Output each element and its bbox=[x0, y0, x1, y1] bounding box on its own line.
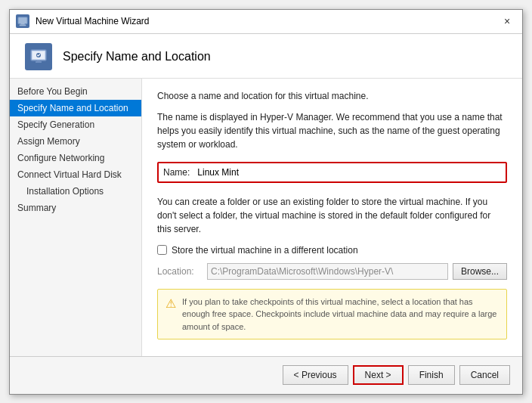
location-label: Location: bbox=[157, 266, 203, 277]
svg-rect-2 bbox=[20, 23, 24, 25]
different-location-checkbox[interactable] bbox=[157, 245, 167, 255]
next-button[interactable]: Next > bbox=[353, 365, 404, 385]
cancel-button[interactable]: Cancel bbox=[459, 365, 510, 385]
different-location-label[interactable]: Store the virtual machine in a different… bbox=[172, 245, 358, 256]
header-title: Specify Name and Location bbox=[63, 50, 211, 64]
name-label: Name: bbox=[163, 167, 190, 178]
folder-info-text: You can create a folder or use an existi… bbox=[157, 195, 507, 236]
sidebar-item-specify-name[interactable]: Specify Name and Location bbox=[10, 100, 141, 116]
sidebar-item-before-you-begin[interactable]: Before You Begin bbox=[10, 83, 141, 100]
title-bar: New Virtual Machine Wizard × bbox=[10, 10, 522, 34]
sidebar-item-summary[interactable]: Summary bbox=[10, 200, 141, 216]
svg-rect-0 bbox=[18, 17, 27, 24]
location-row: Location: Browse... bbox=[157, 263, 507, 280]
sidebar-item-installation-options[interactable]: Installation Options bbox=[10, 183, 141, 200]
sidebar-item-configure-networking[interactable]: Configure Networking bbox=[10, 150, 141, 166]
name-input[interactable] bbox=[196, 166, 501, 178]
wizard-window: New Virtual Machine Wizard × Specify Nam… bbox=[9, 9, 523, 395]
main-intro: Choose a name and location for this virt… bbox=[157, 89, 507, 103]
sidebar-item-assign-memory[interactable]: Assign Memory bbox=[10, 133, 141, 150]
location-input[interactable] bbox=[207, 263, 448, 280]
warning-icon: ⚠ bbox=[165, 296, 176, 311]
sidebar-item-specify-generation[interactable]: Specify Generation bbox=[10, 116, 141, 133]
content-area: Before You BeginSpecify Name and Locatio… bbox=[10, 79, 522, 356]
sidebar: Before You BeginSpecify Name and Locatio… bbox=[10, 79, 142, 356]
warning-text: If you plan to take checkpoints of this … bbox=[182, 296, 499, 333]
main-description: The name is displayed in Hyper-V Manager… bbox=[157, 110, 507, 151]
sidebar-item-connect-hard-disk[interactable]: Connect Virtual Hard Disk bbox=[10, 166, 141, 183]
header-icon bbox=[25, 43, 52, 70]
wizard-header: Specify Name and Location bbox=[10, 34, 522, 79]
finish-button[interactable]: Finish bbox=[408, 365, 455, 385]
main-content: Choose a name and location for this virt… bbox=[142, 79, 522, 356]
previous-button[interactable]: < Previous bbox=[283, 365, 348, 385]
browse-button[interactable]: Browse... bbox=[453, 263, 507, 280]
wizard-footer: < Previous Next > Finish Cancel bbox=[10, 356, 522, 394]
warning-box: ⚠ If you plan to take checkpoints of thi… bbox=[157, 289, 507, 340]
close-button[interactable]: × bbox=[498, 14, 516, 29]
name-field-row: Name: bbox=[157, 162, 507, 183]
title-bar-icon bbox=[16, 14, 29, 28]
window-title: New Virtual Machine Wizard bbox=[36, 16, 498, 26]
svg-rect-1 bbox=[20, 24, 26, 26]
different-location-row: Store the virtual machine in a different… bbox=[157, 245, 507, 256]
svg-rect-6 bbox=[37, 60, 40, 62]
